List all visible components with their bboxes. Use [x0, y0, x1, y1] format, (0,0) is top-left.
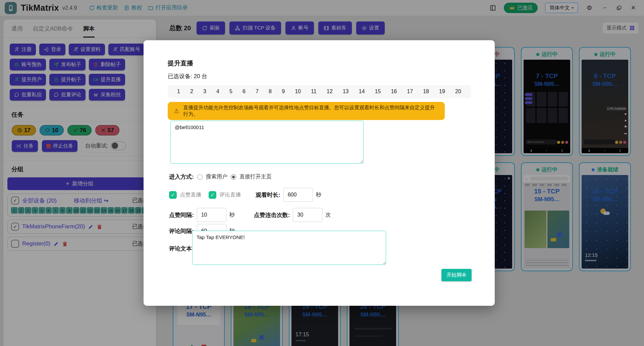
modal-device-number[interactable]: 20: [455, 89, 461, 95]
modal-device-number[interactable]: 13: [343, 89, 349, 95]
comment-interval-label: 评论间隔:: [169, 227, 194, 235]
live-checkboxes: ✓点赞直播✓评论直播: [169, 191, 245, 199]
live-action-label: 评论直播: [219, 191, 241, 198]
modal-device-number[interactable]: 12: [327, 89, 333, 95]
live-action-checkbox[interactable]: ✓: [209, 191, 216, 199]
comment-text-textarea[interactable]: Tap Tap EVERYONE!: [192, 231, 386, 265]
start-script-button[interactable]: 开始脚本: [441, 269, 472, 281]
modal-device-number[interactable]: 11: [311, 89, 317, 95]
entry-mode-label: 进入方式:: [169, 173, 194, 181]
modal-title: 提升直播: [168, 59, 193, 68]
modal-device-number[interactable]: 7: [256, 89, 259, 95]
modal-device-number[interactable]: 17: [407, 89, 413, 95]
modal-device-number[interactable]: 19: [439, 89, 445, 95]
modal-device-number[interactable]: 14: [359, 89, 365, 95]
comment-text-label: 评论文本:: [169, 245, 194, 252]
like-interval-label: 点赞间隔:: [169, 211, 194, 219]
watch-duration-input[interactable]: [283, 188, 313, 202]
warning-icon: ⚠: [174, 107, 179, 115]
entry-mode-radio[interactable]: [231, 174, 236, 180]
modal-device-number[interactable]: 4: [216, 89, 219, 95]
selected-devices-label: 已选设备: 20 台: [168, 72, 207, 80]
entry-mode-option-label: 搜索用户: [206, 173, 227, 180]
warning-banner: ⚠ 直播提升功能允许您控制农场账号观看并可选择性地点赞目标直播。您可以设置观看时…: [168, 102, 445, 120]
modal-device-number[interactable]: 3: [203, 89, 206, 95]
modal-device-number[interactable]: 8: [269, 89, 272, 95]
like-interval-unit: 秒: [229, 212, 235, 219]
modal-device-numbers: 1234567891011121314151617181920: [168, 85, 471, 98]
modal-device-number[interactable]: 6: [243, 89, 246, 95]
modal-device-number[interactable]: 10: [295, 89, 301, 95]
like-interval-input[interactable]: [197, 208, 226, 222]
live-action-label: 点赞直播: [180, 191, 201, 198]
modal-device-number[interactable]: 1: [177, 89, 180, 95]
entry-mode-option-label: 直接打开主页: [239, 173, 272, 180]
like-burst-input[interactable]: [293, 208, 322, 222]
like-burst-label: 点赞连击次数:: [254, 211, 290, 219]
like-burst-unit: 次: [325, 212, 331, 219]
live-action-checkbox[interactable]: ✓: [169, 191, 177, 199]
modal-device-number[interactable]: 2: [190, 89, 193, 95]
modal-device-number[interactable]: 18: [423, 89, 429, 95]
modal-device-number[interactable]: 9: [282, 89, 285, 95]
modal-device-number[interactable]: 5: [229, 89, 232, 95]
boost-live-modal: 提升直播 已选设备: 20 台 123456789101112131415161…: [144, 40, 495, 306]
warning-text: 直播提升功能允许您控制农场账号观看并可选择性地点赞目标直播。您可以设置观看时长和…: [183, 105, 439, 117]
watch-duration-label: 观看时长:: [256, 191, 280, 199]
entry-options: 搜索用户直接打开主页: [197, 173, 272, 180]
modal-device-number[interactable]: 15: [375, 89, 381, 95]
watch-duration-unit: 秒: [316, 191, 321, 198]
modal-device-number[interactable]: 16: [391, 89, 397, 95]
entry-mode-radio[interactable]: [197, 174, 203, 180]
target-user-textarea[interactable]: @bell100011: [170, 121, 364, 164]
